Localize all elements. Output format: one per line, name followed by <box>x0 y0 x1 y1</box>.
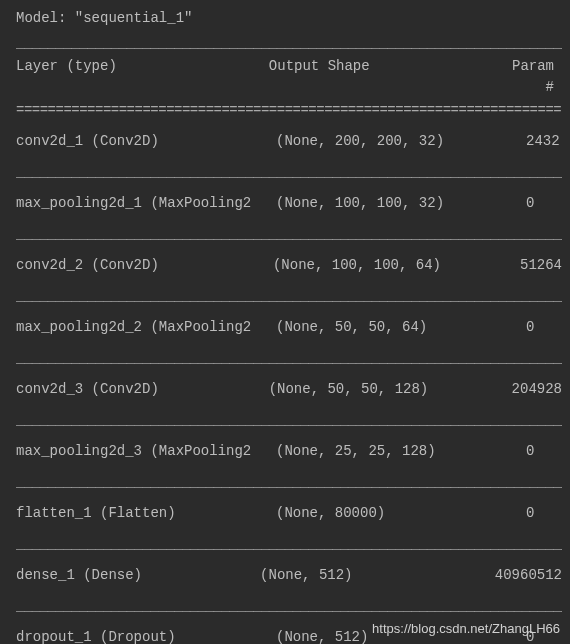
model-title: Model: "sequential_1" <box>8 8 562 29</box>
layer-name: dense_1 (Dense) <box>16 565 260 586</box>
layer-name: max_pooling2d_1 (MaxPooling2 <box>16 193 276 214</box>
layer-separator: ________________________________________… <box>8 162 562 183</box>
layer-separator: ________________________________________… <box>8 348 562 369</box>
table-header: Layer (type) Output Shape Param # <box>8 56 562 98</box>
table-row: conv2d_3 (Conv2D)(None, 50, 50, 128)2049… <box>8 379 562 400</box>
table-row: max_pooling2d_1 (MaxPooling2(None, 100, … <box>8 193 562 214</box>
param-count: 0 <box>526 317 534 338</box>
param-count: 40960512 <box>495 565 562 586</box>
layer-name: conv2d_1 (Conv2D) <box>16 131 276 152</box>
layer-separator: ________________________________________… <box>8 596 562 617</box>
table-row: flatten_1 (Flatten)(None, 80000)0 <box>8 503 562 524</box>
layer-separator: ________________________________________… <box>8 224 562 245</box>
layer-separator: ________________________________________… <box>8 534 562 555</box>
watermark: https://blog.csdn.net/ZhangLH66 <box>372 619 560 639</box>
layer-name: max_pooling2d_2 (MaxPooling2 <box>16 317 276 338</box>
param-count: 204928 <box>512 379 562 400</box>
output-shape: (None, 25, 25, 128) <box>276 441 526 462</box>
layer-name: conv2d_2 (Conv2D) <box>16 255 273 276</box>
table-row: max_pooling2d_2 (MaxPooling2(None, 50, 5… <box>8 317 562 338</box>
output-shape: (None, 200, 200, 32) <box>276 131 526 152</box>
table-row: dense_1 (Dense)(None, 512)40960512 <box>8 565 562 586</box>
param-count: 2432 <box>526 131 560 152</box>
output-shape: (None, 50, 50, 64) <box>276 317 526 338</box>
layer-separator: ________________________________________… <box>8 286 562 307</box>
param-count: 0 <box>526 503 534 524</box>
header-layer: Layer (type) <box>16 56 269 98</box>
layer-name: max_pooling2d_3 (MaxPooling2 <box>16 441 276 462</box>
param-count: 51264 <box>520 255 562 276</box>
output-shape: (None, 512) <box>260 565 495 586</box>
layer-separator: ________________________________________… <box>8 410 562 431</box>
table-row: conv2d_2 (Conv2D)(None, 100, 100, 64)512… <box>8 255 562 276</box>
output-shape: (None, 100, 100, 64) <box>273 255 520 276</box>
underline-top: ________________________________________… <box>8 33 562 54</box>
layers-container: conv2d_1 (Conv2D)(None, 200, 200, 32)243… <box>8 131 562 644</box>
layer-name: flatten_1 (Flatten) <box>16 503 276 524</box>
output-shape: (None, 80000) <box>276 503 526 524</box>
header-output: Output Shape <box>269 56 512 98</box>
layer-name: dropout_1 (Dropout) <box>16 627 276 644</box>
param-count: 0 <box>526 441 534 462</box>
header-param: Param # <box>512 56 562 98</box>
output-shape: (None, 50, 50, 128) <box>269 379 512 400</box>
table-row: max_pooling2d_3 (MaxPooling2(None, 25, 2… <box>8 441 562 462</box>
layer-name: conv2d_3 (Conv2D) <box>16 379 269 400</box>
param-count: 0 <box>526 193 534 214</box>
equals-separator-top: ========================================… <box>8 100 562 121</box>
output-shape: (None, 100, 100, 32) <box>276 193 526 214</box>
layer-separator: ________________________________________… <box>8 472 562 493</box>
table-row: conv2d_1 (Conv2D)(None, 200, 200, 32)243… <box>8 131 562 152</box>
